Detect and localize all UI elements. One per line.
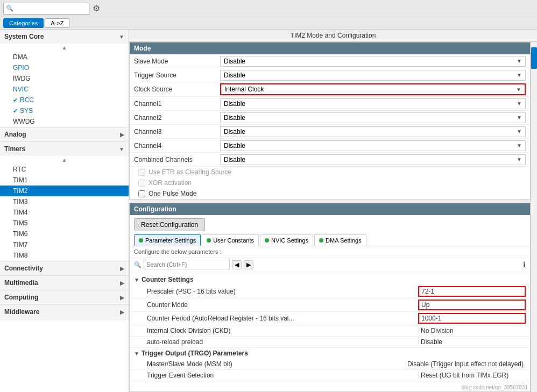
param-search-input[interactable] [144, 260, 230, 269]
scrollbar-thumb[interactable] [531, 47, 537, 69]
chevron-right-icon: ▶ [120, 309, 124, 315]
param-value-msm[interactable]: Disable (Trigger input effect not delaye… [405, 360, 526, 368]
reset-configuration-button[interactable]: Reset Configuration [134, 218, 205, 231]
mode-section-header: Mode [130, 42, 530, 54]
tab-dma-settings[interactable]: DMA Settings [314, 234, 366, 246]
sidebar-item-dma[interactable]: DMA [0, 52, 129, 62]
tab-dot-icon [139, 238, 143, 243]
section-timers-header[interactable]: Timers ▼ [0, 142, 129, 156]
chevron-down-icon: ▼ [119, 146, 124, 152]
section-computing-label: Computing [4, 294, 38, 301]
mode-section: Mode Slave Mode Disable ▼ Trigg [129, 42, 531, 199]
param-row-prescaler: Prescaler (PSC - 16 bits value) 72-1 [130, 285, 530, 298]
top-search-input[interactable] [13, 5, 87, 12]
sidebar-item-tim2[interactable]: TIM2 [0, 186, 129, 196]
trigger-source-select[interactable]: Disable ▼ [220, 70, 526, 81]
section-middleware: Middleware ▶ [0, 305, 129, 319]
sidebar-item-tim7[interactable]: TIM7 [0, 239, 129, 250]
param-value-autoreload[interactable]: Disable [418, 338, 526, 346]
param-value-prescaler[interactable]: 72-1 [418, 286, 526, 297]
channel1-select[interactable]: Disable ▼ [220, 98, 526, 109]
onepulse-checkbox[interactable] [138, 190, 145, 197]
search-icon: 🔍 [6, 5, 13, 12]
section-timers-label: Timers [4, 145, 25, 153]
next-result-button[interactable]: ▶ [244, 260, 253, 269]
xor-checkbox[interactable] [138, 180, 145, 187]
section-computing-header[interactable]: Computing ▶ [0, 290, 129, 304]
xor-label: XOR activation [149, 179, 192, 187]
settings-icon[interactable]: ⚙ [93, 3, 100, 13]
section-multimedia: Multimedia ▶ [0, 276, 129, 290]
clock-source-select[interactable]: Internal Clock ▼ [220, 83, 526, 95]
sidebar-item-tim5[interactable]: TIM5 [0, 218, 129, 229]
slave-mode-select[interactable]: Disable ▼ [220, 56, 526, 67]
clock-source-label: Clock Source [134, 85, 220, 93]
chevron-down-icon: ▼ [516, 87, 521, 92]
config-tabs: Parameter Settings User Constants NVIC S… [130, 234, 530, 246]
tab-categories[interactable]: Categories [3, 18, 44, 28]
trigger-source-row: Trigger Source Disable ▼ [130, 68, 530, 82]
watermark: blog.csdn.net/qq_39587831 [130, 383, 530, 391]
sidebar-item-tim8[interactable]: TIM8 [0, 250, 129, 261]
check-icon: ✔ [13, 97, 18, 104]
sidebar-item-sys[interactable]: ✔SYS [0, 105, 129, 116]
param-value-trigger-event[interactable]: Reset (UG bit from TIMx EGR) [418, 371, 526, 380]
section-system-core-header[interactable]: System Core ▼ [0, 30, 129, 44]
collapse-icon: ▼ [134, 351, 139, 357]
chevron-down-icon: ▼ [517, 101, 522, 106]
scrollbar[interactable] [531, 42, 537, 392]
tab-user-constants[interactable]: User Constants [202, 234, 259, 246]
combined-channels-select[interactable]: Disable ▼ [220, 154, 526, 165]
sidebar-item-tim3[interactable]: TIM3 [0, 196, 129, 207]
tab-atoz[interactable]: A->Z [45, 18, 69, 28]
section-computing: Computing ▶ [0, 290, 129, 305]
param-value-counter-period[interactable]: 1000-1 [418, 313, 526, 324]
top-search-box[interactable]: 🔍 [3, 3, 89, 15]
section-analog: Analog ▶ [0, 127, 129, 142]
sidebar-item-wwdg[interactable]: WWDG [0, 116, 129, 127]
chevron-down-icon: ▼ [517, 156, 522, 162]
section-system-core-label: System Core [4, 33, 44, 40]
sidebar-item-nvic[interactable]: NVIC [0, 84, 129, 95]
sidebar-item-iwdg[interactable]: IWDG [0, 73, 129, 84]
nav-arrows: ◀ ▶ [232, 260, 253, 269]
search-icon: 🔍 [134, 261, 142, 268]
param-value-ckd[interactable]: No Division [418, 326, 526, 335]
param-search-row: 🔍 ◀ ▶ ℹ [130, 258, 530, 272]
channel2-select[interactable]: Disable ▼ [220, 112, 526, 123]
prev-result-button[interactable]: ◀ [232, 260, 242, 269]
sidebar-item-rcc[interactable]: ✔RCC [0, 95, 129, 105]
sidebar-item-tim1[interactable]: TIM1 [0, 175, 129, 186]
channel3-select[interactable]: Disable ▼ [220, 126, 526, 137]
etr-label: Use ETR as Clearing Source [149, 168, 231, 176]
chevron-down-icon: ▼ [517, 115, 522, 120]
section-multimedia-label: Multimedia [4, 279, 38, 287]
collapse-icon: ▼ [134, 277, 139, 283]
title-text: TIM2 Mode and Configuration [291, 32, 376, 39]
counter-settings-group[interactable]: ▼ Counter Settings [130, 274, 530, 285]
etr-checkbox[interactable] [138, 169, 145, 176]
tab-nvic-settings[interactable]: NVIC Settings [260, 234, 313, 246]
section-connectivity-label: Connectivity [4, 265, 43, 272]
combined-channels-label: Combined Channels [134, 156, 220, 163]
etr-checkbox-row: Use ETR as Clearing Source [130, 167, 530, 177]
sidebar-item-gpio[interactable]: GPIO [0, 62, 129, 73]
sidebar-item-tim6[interactable]: TIM6 [0, 229, 129, 239]
section-analog-header[interactable]: Analog ▶ [0, 127, 129, 141]
config-label: Configuration [134, 205, 176, 213]
info-icon[interactable]: ℹ [523, 260, 526, 269]
section-system-core: System Core ▼ ▲ DMA GPIO IWDG NVIC ✔RCC … [0, 30, 129, 127]
top-bar: 🔍 ⚙ [0, 0, 537, 17]
onepulse-checkbox-row: One Pulse Mode [130, 188, 530, 199]
sidebar-item-rtc[interactable]: RTC [0, 164, 129, 175]
section-connectivity-header[interactable]: Connectivity ▶ [0, 261, 129, 275]
trgo-group[interactable]: ▼ Trigger Output (TRGO) Parameters [130, 348, 530, 359]
param-value-counter-mode[interactable]: Up [418, 300, 526, 310]
check-icon: ✔ [13, 108, 18, 115]
sidebar-item-tim4[interactable]: TIM4 [0, 207, 129, 218]
channel4-select[interactable]: Disable ▼ [220, 140, 526, 151]
section-timers: Timers ▼ ▲ RTC TIM1 TIM2 TIM3 TIM4 TIM5 … [0, 142, 129, 261]
section-middleware-header[interactable]: Middleware ▶ [0, 305, 129, 319]
tab-parameter-settings[interactable]: Parameter Settings [134, 234, 201, 246]
section-multimedia-header[interactable]: Multimedia ▶ [0, 276, 129, 290]
